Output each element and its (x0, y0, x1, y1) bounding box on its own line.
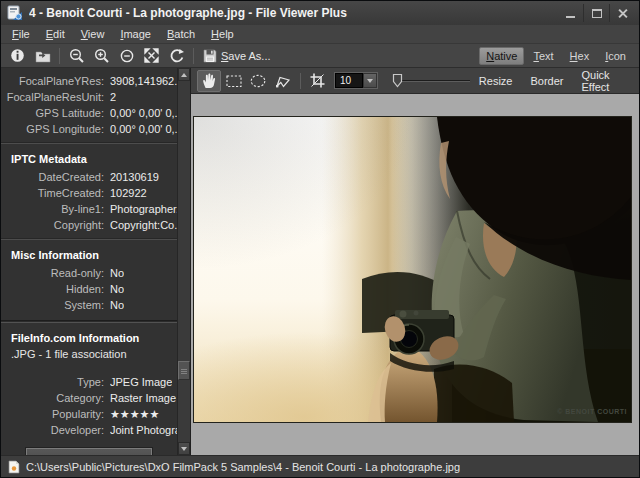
meta-row: FocalPlaneYRes:3908,141962... (1, 73, 177, 89)
toolbar-separator (59, 48, 60, 64)
hand-tool-icon (201, 72, 217, 89)
crop-icon (309, 72, 326, 89)
titlebar: 4 - Benoit Courti - La photographe.jpg -… (1, 1, 639, 25)
quick-effect-button[interactable]: Quick Effect (572, 66, 633, 96)
meta-row: Popularity:★★★★★ (1, 406, 177, 422)
menu-batch[interactable]: Batch (159, 26, 203, 42)
rect-select-tool-button[interactable] (222, 70, 246, 92)
image-tools-bar: 10 Resize Border Quick Effect (191, 68, 639, 94)
image-action-buttons: Resize Border Quick Effect (470, 66, 633, 96)
view-mode-native[interactable]: Native (479, 47, 524, 65)
ellipse-select-tool-button[interactable] (247, 70, 271, 92)
minimize-icon (566, 16, 575, 18)
maximize-icon (592, 9, 602, 18)
file-path-text: C:\Users\Public\Pictures\DxO FilmPack 5 … (26, 461, 460, 473)
crop-tool-button[interactable] (305, 70, 329, 92)
zoom-reset-button[interactable] (114, 46, 139, 66)
meta-row: DateCreated:20130619 (1, 169, 177, 185)
view-mode-icon[interactable]: Icon (598, 47, 633, 65)
border-button[interactable]: Border (521, 72, 572, 90)
zoom-slider-thumb[interactable] (392, 73, 403, 88)
dropdown-arrow-button[interactable] (363, 73, 377, 88)
lasso-select-tool-button[interactable] (271, 70, 295, 92)
meta-row: GPS Latitude:0,00° 0,00' 0,... (1, 105, 177, 121)
open-location-icon (35, 49, 51, 63)
meta-row: Category:Raster Image (1, 390, 177, 406)
resize-button[interactable]: Resize (470, 72, 522, 90)
menu-file[interactable]: File (4, 26, 38, 42)
meta-row: Copyright:Copyright:Co... (1, 217, 177, 233)
scrollbar-thumb[interactable] (178, 361, 190, 380)
arrow-down-icon (181, 447, 187, 451)
rect-select-icon (225, 73, 243, 89)
zoom-slider-track[interactable] (400, 80, 470, 82)
zoom-level-dropdown[interactable]: 10 (334, 72, 378, 89)
photo-image: © BENOIT COURTI (194, 117, 631, 422)
rotate-icon (169, 48, 185, 64)
save-as-button[interactable]: Save As... (198, 46, 276, 66)
minimize-button[interactable] (557, 4, 583, 22)
view-mode-hex[interactable]: Hex (563, 47, 597, 65)
file-association-text: .JPG - 1 file association (1, 348, 177, 366)
section-header-iptc: IPTC Metadata (1, 144, 177, 169)
meta-row: TimeCreated:102922 (1, 185, 177, 201)
photo-canvas[interactable]: © BENOIT COURTI (193, 116, 632, 423)
photo-watermark: © BENOIT COURTI (557, 408, 627, 415)
toolbar-separator (193, 48, 194, 64)
menu-image[interactable]: Image (112, 26, 159, 42)
popularity-stars: ★★★★★ (110, 407, 159, 421)
sidebar-scrollbar[interactable] (177, 68, 190, 455)
meta-row: Type:JPEG Image (1, 374, 177, 390)
zoom-reset-icon (119, 48, 135, 64)
main-area: FocalPlaneYRes:3908,141962... FocalPlane… (1, 68, 639, 455)
meta-row: Hidden:No (1, 281, 177, 297)
scrollbar-down-button[interactable] (178, 442, 190, 455)
fit-to-window-button[interactable] (139, 46, 164, 66)
chevron-down-icon (367, 79, 373, 83)
meta-row: FocalPlaneResUnit:2 (1, 89, 177, 105)
rotate-button[interactable] (164, 46, 189, 66)
tools-separator (300, 73, 301, 89)
info-icon (10, 48, 25, 63)
menu-edit[interactable]: Edit (38, 26, 73, 42)
zoom-out-icon (69, 48, 85, 64)
file-viewer-window: 4 - Benoit Courti - La photographe.jpg -… (0, 0, 640, 478)
view-at-fileinfo-button[interactable]: View at FileInfo.com (26, 448, 153, 455)
meta-row: By-line1:Photographer... (1, 201, 177, 217)
menu-help[interactable]: Help (203, 26, 242, 42)
menu-view[interactable]: View (73, 26, 113, 42)
metadata-content: FocalPlaneYRes:3908,141962... FocalPlane… (1, 68, 177, 455)
metadata-sidebar: FocalPlaneYRes:3908,141962... FocalPlane… (1, 68, 191, 455)
save-as-label: Save As... (221, 50, 271, 62)
zoom-level-value: 10 (335, 73, 363, 88)
window-controls (557, 4, 635, 22)
status-bar: C:\Users\Public\Pictures\DxO FilmPack 5 … (1, 455, 639, 477)
app-icon (7, 5, 23, 21)
toolbar: Save As... Native Text Hex Icon (1, 44, 639, 68)
lasso-select-icon (274, 73, 292, 89)
open-location-button[interactable] (30, 46, 55, 66)
section-header-fileinfo: FileInfo.com Information (1, 323, 177, 348)
file-icon (8, 460, 20, 474)
image-pane: 10 Resize Border Quick Effect (191, 68, 639, 455)
zoom-in-button[interactable] (89, 46, 114, 66)
scrollbar-up-button[interactable] (178, 68, 190, 81)
zoom-slider[interactable] (392, 73, 470, 88)
save-icon (203, 49, 217, 63)
maximize-button[interactable] (583, 4, 609, 22)
info-button[interactable] (5, 46, 30, 66)
view-mode-switcher: Native Text Hex Icon (479, 47, 633, 65)
hand-tool-button[interactable] (197, 70, 221, 92)
zoom-in-icon (94, 48, 110, 64)
meta-row: System:No (1, 297, 177, 313)
window-title: 4 - Benoit Courti - La photographe.jpg -… (29, 6, 347, 20)
meta-row: GPS Longitude:0,00° 0,00' 0,... (1, 121, 177, 137)
close-button[interactable] (609, 4, 635, 22)
view-mode-text[interactable]: Text (526, 47, 560, 65)
fit-to-window-icon (144, 48, 159, 63)
ellipse-select-icon (249, 73, 267, 89)
arrow-up-icon (181, 73, 187, 77)
image-viewport[interactable]: © BENOIT COURTI (191, 94, 639, 455)
meta-row: Developer:Joint Photographic Ex... (1, 422, 177, 438)
zoom-out-button[interactable] (64, 46, 89, 66)
